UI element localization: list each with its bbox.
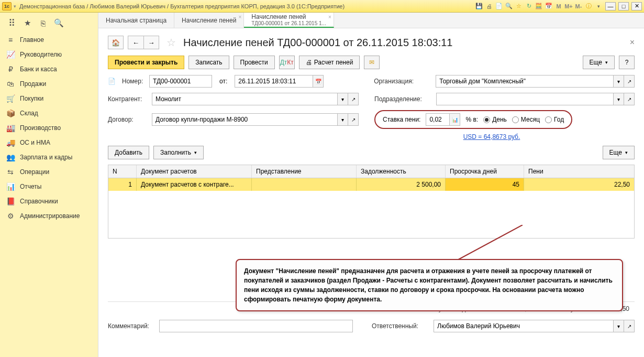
tab-penalties[interactable]: Начисление пеней× bbox=[174, 13, 244, 28]
dropdown-icon[interactable]: ▾ bbox=[614, 75, 624, 88]
tab-close-icon[interactable]: × bbox=[328, 14, 331, 20]
sidebar-item[interactable]: 📦Склад bbox=[0, 106, 98, 121]
more-button[interactable]: Еще bbox=[583, 56, 615, 69]
sidebar-item[interactable]: 👥Зарплата и кадры bbox=[0, 150, 98, 165]
favorite-star-icon[interactable]: ☆ bbox=[166, 36, 176, 49]
toolbar-icon[interactable]: 📄 bbox=[495, 2, 503, 10]
info-icon[interactable]: ⓘ bbox=[584, 2, 593, 10]
calc-penalties-button[interactable]: 🖨Расчет пеней bbox=[299, 56, 360, 69]
sidebar-label: Отчеты bbox=[20, 183, 41, 190]
tab-penalties-doc[interactable]: Начисление пеней ТД00-000001 от 26.11.20… bbox=[244, 13, 334, 28]
toolbar-icon[interactable]: 🔍 bbox=[505, 2, 513, 10]
dropdown-icon[interactable]: ▾ bbox=[338, 113, 348, 126]
sidebar-icon: 🛒 bbox=[6, 94, 15, 103]
col-penalty[interactable]: Пени bbox=[524, 165, 634, 178]
organization-input[interactable]: Торговый дом "Комплексный" bbox=[436, 75, 614, 88]
division-input[interactable] bbox=[436, 93, 614, 105]
more-list-button[interactable]: Еще bbox=[603, 146, 635, 159]
page-title: Начисление пеней ТД00-000001 от 26.11.20… bbox=[183, 37, 452, 49]
sidebar-icon: ⚙ bbox=[6, 212, 15, 220]
open-icon[interactable]: ↗ bbox=[348, 113, 359, 126]
sidebar-label: Производство bbox=[20, 124, 61, 132]
sidebar-item[interactable]: ≡Главное bbox=[0, 33, 98, 47]
post-and-close-button[interactable]: Провести и закрыть bbox=[108, 56, 184, 69]
dropdown-icon[interactable]: ▾ bbox=[594, 2, 603, 10]
contract-input[interactable]: Договор купли-продажи М-8900 bbox=[152, 113, 338, 126]
add-button[interactable]: Добавить bbox=[108, 146, 149, 159]
toolbar-icon[interactable]: 💾 bbox=[475, 2, 483, 10]
sidebar-item[interactable]: 📈Руководителю bbox=[0, 47, 98, 62]
toolbar-icon[interactable]: 🖨 bbox=[485, 2, 493, 10]
sidebar-item[interactable]: 🏭Производство bbox=[0, 121, 98, 135]
history-icon[interactable]: ↻ bbox=[525, 2, 533, 10]
doc-icon: 📄 bbox=[108, 78, 116, 85]
calendar-icon[interactable]: 📅 bbox=[545, 2, 553, 10]
apps-icon[interactable]: ⠿ bbox=[5, 18, 18, 28]
close-document-button[interactable]: × bbox=[630, 38, 635, 47]
usd-rate-link[interactable]: USD = 64,8673 руб. bbox=[463, 133, 520, 140]
col-overdue[interactable]: Просрочка дней bbox=[446, 165, 524, 178]
mail-button[interactable]: ✉ bbox=[364, 56, 380, 69]
dropdown-icon[interactable]: ▾ bbox=[614, 320, 624, 332]
close-button[interactable]: ✕ bbox=[631, 2, 642, 10]
penalty-rate-group: Ставка пени: 0,02 📊 % в: День Месяц Год bbox=[374, 110, 572, 129]
sidebar-item[interactable]: ⇆Операции bbox=[0, 165, 98, 179]
radio-month[interactable]: Месяц bbox=[512, 116, 540, 123]
m-plus-button[interactable]: M+ bbox=[564, 2, 573, 10]
sidebar-icon: 📕 bbox=[6, 197, 15, 205]
save-button[interactable]: Записать bbox=[188, 56, 229, 69]
tab-close-icon[interactable]: × bbox=[239, 14, 242, 20]
col-doc[interactable]: Документ расчетов bbox=[137, 165, 252, 178]
open-icon[interactable]: ↗ bbox=[624, 320, 635, 332]
sidebar-item[interactable]: ⚙Администрирование bbox=[0, 209, 98, 223]
open-icon[interactable]: ↗ bbox=[624, 75, 635, 88]
radio-year[interactable]: Год bbox=[545, 116, 564, 123]
sidebar-item[interactable]: ₽Банк и касса bbox=[0, 62, 98, 77]
calc-icon[interactable]: 📊 bbox=[450, 113, 460, 126]
sidebar-item[interactable]: 📕Справочники bbox=[0, 194, 98, 209]
calendar-picker-icon[interactable]: 📅 bbox=[313, 75, 324, 88]
dropdown-icon[interactable]: ▾ bbox=[14, 4, 16, 9]
help-button[interactable]: ? bbox=[619, 56, 635, 69]
contragent-input[interactable]: Монолит bbox=[152, 93, 338, 105]
sidebar-item[interactable]: 📊Отчеты bbox=[0, 179, 98, 194]
sidebar-icon: ⇆ bbox=[6, 168, 15, 176]
dropdown-icon[interactable]: ▾ bbox=[338, 93, 348, 105]
back-button[interactable]: ← bbox=[128, 36, 143, 49]
sidebar-icon: 📦 bbox=[6, 109, 15, 117]
m-button[interactable]: M bbox=[554, 2, 563, 10]
comment-label: Комментарий: bbox=[108, 322, 155, 330]
open-icon[interactable]: ↗ bbox=[348, 93, 359, 105]
col-debt[interactable]: Задолженность bbox=[357, 165, 446, 178]
dt-kt-button[interactable]: ДтКт bbox=[279, 56, 295, 69]
date-input[interactable]: 26.11.2015 18:03:11 bbox=[235, 75, 313, 88]
sidebar: ⠿ ★ ⎘ 🔍 ≡Главное📈Руководителю₽Банк и кас… bbox=[0, 13, 98, 357]
calc-icon[interactable]: 🧮 bbox=[535, 2, 543, 10]
responsible-input[interactable]: Любимов Валерий Юрьевич bbox=[434, 320, 614, 332]
col-n[interactable]: N bbox=[108, 165, 137, 178]
forward-button[interactable]: → bbox=[143, 36, 159, 49]
sidebar-item[interactable]: 🚚ОС и НМА bbox=[0, 135, 98, 150]
maximize-button[interactable]: □ bbox=[618, 2, 629, 10]
table-row[interactable]: 1 Документ расчетов с контраге... 2 500,… bbox=[108, 178, 634, 191]
number-input[interactable]: ТД00-000001 bbox=[149, 75, 212, 88]
m-minus-button[interactable]: M- bbox=[574, 2, 583, 10]
dropdown-icon[interactable]: ▾ bbox=[614, 93, 624, 105]
tab-home[interactable]: Начальная страница bbox=[98, 13, 174, 28]
radio-day[interactable]: День bbox=[483, 116, 507, 123]
post-button[interactable]: Провести bbox=[234, 56, 275, 69]
search-icon[interactable]: 🔍 bbox=[52, 18, 65, 28]
rate-input[interactable]: 0,02 bbox=[426, 113, 450, 126]
favorite-icon[interactable]: ★ bbox=[21, 18, 34, 28]
sidebar-item[interactable]: 🛒Покупки bbox=[0, 91, 98, 106]
star-icon[interactable]: ☆ bbox=[515, 2, 523, 10]
rate-label: Ставка пени: bbox=[383, 116, 420, 123]
col-repr[interactable]: Представление bbox=[252, 165, 357, 178]
clipboard-icon[interactable]: ⎘ bbox=[37, 18, 49, 28]
comment-input[interactable] bbox=[159, 320, 353, 332]
home-button[interactable]: 🏠 bbox=[108, 36, 124, 49]
minimize-button[interactable]: — bbox=[605, 2, 616, 10]
fill-button[interactable]: Заполнить bbox=[153, 146, 204, 159]
sidebar-item[interactable]: 🛍Продажи bbox=[0, 77, 98, 91]
open-icon[interactable]: ↗ bbox=[624, 93, 635, 105]
